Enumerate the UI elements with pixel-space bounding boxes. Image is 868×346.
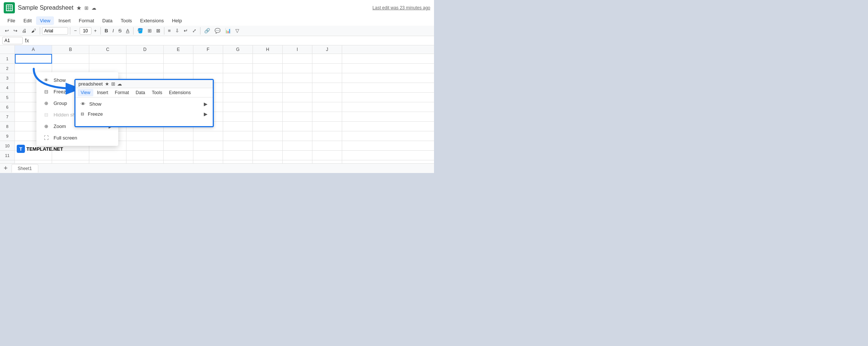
- cell-i9[interactable]: [283, 131, 312, 141]
- col-header-i[interactable]: I: [283, 45, 312, 54]
- col-header-d[interactable]: D: [126, 45, 164, 54]
- filter-button[interactable]: ▽: [234, 27, 241, 35]
- cell-g3[interactable]: [223, 73, 253, 83]
- menu-insert[interactable]: Insert: [55, 16, 74, 25]
- menu-data[interactable]: Data: [99, 16, 116, 25]
- cell-i5[interactable]: [283, 93, 312, 102]
- cell-g4[interactable]: [223, 83, 253, 93]
- underline-button[interactable]: A: [124, 27, 131, 35]
- cell-d10[interactable]: [126, 141, 164, 151]
- cell-b12[interactable]: [52, 160, 89, 163]
- cell-g9[interactable]: [223, 131, 253, 141]
- cell-g10[interactable]: [223, 141, 253, 151]
- cell-e11[interactable]: [164, 151, 193, 160]
- redo-button[interactable]: ↪: [12, 27, 19, 35]
- cell-d11[interactable]: [126, 151, 164, 160]
- cell-i2[interactable]: [283, 64, 312, 73]
- add-sheet-button[interactable]: +: [4, 164, 8, 172]
- cell-c11[interactable]: [89, 151, 126, 160]
- cell-i8[interactable]: [283, 122, 312, 131]
- cell-i7[interactable]: [283, 112, 312, 122]
- cell-f10[interactable]: [193, 141, 223, 151]
- folder-icon[interactable]: ⊞: [84, 5, 89, 11]
- cell-j6[interactable]: [312, 102, 342, 112]
- menu-edit[interactable]: Edit: [20, 16, 35, 25]
- cell-j5[interactable]: [312, 93, 342, 102]
- cell-g7[interactable]: [223, 112, 253, 122]
- inset-dropdown-freeze[interactable]: ⊟ Freeze ▶: [75, 109, 213, 119]
- inset-folder-icon[interactable]: ⊞: [111, 81, 115, 87]
- cell-reference-input[interactable]: [2, 37, 23, 44]
- col-header-f[interactable]: F: [193, 45, 223, 54]
- undo-button[interactable]: ↩: [3, 27, 11, 35]
- menu-extensions[interactable]: Extensions: [136, 16, 168, 25]
- cell-h3[interactable]: [253, 73, 283, 83]
- cell-e10[interactable]: [164, 141, 193, 151]
- merge-button[interactable]: ⊠: [154, 27, 162, 35]
- inset-cloud-icon[interactable]: ☁: [117, 81, 122, 87]
- formula-input[interactable]: [31, 38, 432, 44]
- col-header-c[interactable]: C: [89, 45, 126, 54]
- font-size-decrease-button[interactable]: −: [72, 27, 79, 35]
- cell-d2[interactable]: [126, 64, 164, 73]
- cell-j12[interactable]: [312, 160, 342, 163]
- cell-f12[interactable]: [193, 160, 223, 163]
- menu-file[interactable]: File: [4, 16, 19, 25]
- cell-f11[interactable]: [193, 151, 223, 160]
- cell-j3[interactable]: [312, 73, 342, 83]
- cell-h7[interactable]: [253, 112, 283, 122]
- paint-format-button[interactable]: 🖌: [29, 27, 38, 35]
- menu-format[interactable]: Format: [75, 16, 98, 25]
- cell-g5[interactable]: [223, 93, 253, 102]
- cell-j11[interactable]: [312, 151, 342, 160]
- cell-h8[interactable]: [253, 122, 283, 131]
- cell-e2[interactable]: [164, 64, 193, 73]
- cell-b1[interactable]: [52, 54, 89, 64]
- inset-star-icon[interactable]: ★: [105, 81, 109, 87]
- inset-menu-extensions[interactable]: Extensions: [166, 89, 194, 96]
- cell-i1[interactable]: [283, 54, 312, 64]
- col-header-j[interactable]: J: [312, 45, 342, 54]
- cell-j9[interactable]: [312, 131, 342, 141]
- link-button[interactable]: 🔗: [202, 27, 212, 35]
- cell-c1[interactable]: [89, 54, 126, 64]
- fill-color-button[interactable]: 🪣: [135, 27, 145, 35]
- cell-h10[interactable]: [253, 141, 283, 151]
- inset-dropdown-show[interactable]: 👁 Show ▶: [75, 99, 213, 109]
- wrap-button[interactable]: ↵: [182, 27, 190, 35]
- cell-h2[interactable]: [253, 64, 283, 73]
- cell-e12[interactable]: [164, 160, 193, 163]
- cell-j8[interactable]: [312, 122, 342, 131]
- cell-h9[interactable]: [253, 131, 283, 141]
- cell-i3[interactable]: [283, 73, 312, 83]
- cell-j1[interactable]: [312, 54, 342, 64]
- cell-g2[interactable]: [223, 64, 253, 73]
- bold-button[interactable]: B: [103, 27, 110, 35]
- align-button[interactable]: ≡: [166, 27, 173, 35]
- valign-button[interactable]: ⇩: [173, 27, 181, 35]
- cell-f9[interactable]: [193, 131, 223, 141]
- border-button[interactable]: ⊞: [146, 27, 154, 35]
- inset-menu-format[interactable]: Format: [112, 89, 132, 96]
- font-size-increase-button[interactable]: +: [92, 27, 99, 35]
- print-button[interactable]: 🖨: [20, 27, 29, 35]
- cell-i10[interactable]: [283, 141, 312, 151]
- col-header-a[interactable]: A: [15, 45, 52, 54]
- cell-h1[interactable]: [253, 54, 283, 64]
- inset-menu-data[interactable]: Data: [133, 89, 148, 96]
- cell-i11[interactable]: [283, 151, 312, 160]
- cell-j4[interactable]: [312, 83, 342, 93]
- cell-e1[interactable]: [164, 54, 193, 64]
- cell-d1[interactable]: [126, 54, 164, 64]
- cell-e9[interactable]: [164, 131, 193, 141]
- inset-menu-tools[interactable]: Tools: [149, 89, 165, 96]
- cell-d9[interactable]: [126, 131, 164, 141]
- menu-tools[interactable]: Tools: [117, 16, 135, 25]
- cell-j10[interactable]: [312, 141, 342, 151]
- cell-h6[interactable]: [253, 102, 283, 112]
- star-icon[interactable]: ★: [76, 4, 81, 12]
- cell-h11[interactable]: [253, 151, 283, 160]
- font-name-input[interactable]: [42, 27, 68, 35]
- cell-g6[interactable]: [223, 102, 253, 112]
- strikethrough-button[interactable]: S: [116, 27, 123, 35]
